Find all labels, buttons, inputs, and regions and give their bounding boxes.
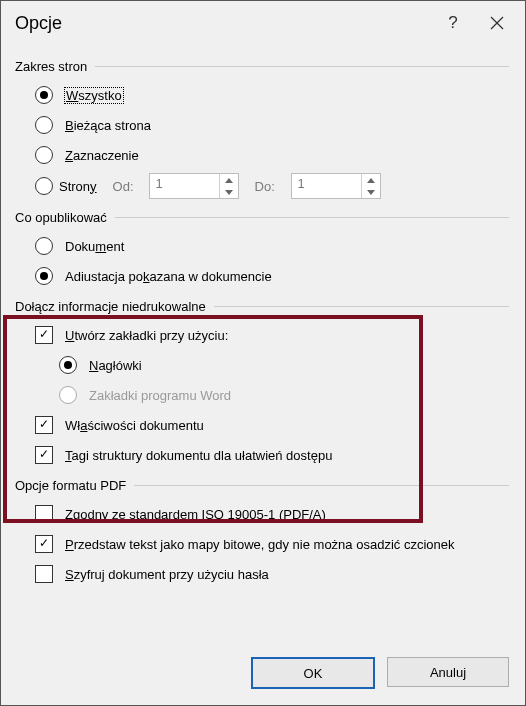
radio-word-bookmarks — [59, 386, 77, 404]
cancel-button[interactable]: Anuluj — [387, 657, 509, 687]
radio-all-label: Wszystko — [65, 88, 123, 103]
checkbox-row-bitmap-text[interactable]: Przedstaw tekst jako mapy bitowe, gdy ni… — [35, 529, 509, 559]
to-spinbox[interactable]: 1 — [291, 173, 381, 199]
radio-word-bookmarks-label: Zakładki programu Word — [89, 388, 231, 403]
close-button[interactable] — [475, 1, 519, 45]
radio-row-all[interactable]: Wszystko — [35, 80, 509, 110]
checkbox-iso-label: Zgodny ze standardem ISO 19005-1 (PDF/A) — [65, 507, 326, 522]
group-legend: Zakres stron — [13, 59, 95, 74]
radio-headings-label: Nagłówki — [89, 358, 142, 373]
from-down-button[interactable] — [220, 186, 238, 198]
radio-document[interactable] — [35, 237, 53, 255]
svg-marker-2 — [225, 178, 233, 183]
group-pdf-options: Opcje formatu PDF Zgodny ze standardem I… — [17, 478, 509, 591]
checkbox-bitmap-text-label: Przedstaw tekst jako mapy bitowe, gdy ni… — [65, 537, 454, 552]
checkbox-row-structure-tags[interactable]: Tagi struktury dokumentu dla ułatwień do… — [35, 440, 509, 470]
group-publish: Co opublikować Dokument Adiustacja pokaz… — [17, 210, 509, 293]
from-value[interactable]: 1 — [150, 174, 219, 198]
help-button[interactable]: ? — [431, 1, 475, 45]
radio-pages[interactable] — [35, 177, 53, 195]
checkbox-encrypt[interactable] — [35, 565, 53, 583]
to-down-button[interactable] — [362, 186, 380, 198]
radio-current-page[interactable] — [35, 116, 53, 134]
chevron-up-icon — [367, 178, 375, 183]
titlebar: Opcje ? — [1, 1, 525, 45]
checkbox-row-doc-properties[interactable]: Właściwości dokumentu — [35, 410, 509, 440]
from-spinbox[interactable]: 1 — [149, 173, 239, 199]
to-value[interactable]: 1 — [292, 174, 361, 198]
chevron-up-icon — [225, 178, 233, 183]
checkbox-row-encrypt[interactable]: Szyfruj dokument przy użyciu hasła — [35, 559, 509, 589]
to-up-button[interactable] — [362, 174, 380, 186]
chevron-down-icon — [367, 190, 375, 195]
checkbox-structure-tags-label: Tagi struktury dokumentu dla ułatwień do… — [65, 448, 332, 463]
ok-button[interactable]: OK — [251, 657, 375, 689]
to-label: Do: — [255, 179, 281, 194]
radio-current-page-label: Bieżąca strona — [65, 118, 151, 133]
radio-markup-label: Adiustacja pokazana w dokumencie — [65, 269, 272, 284]
radio-row-selection[interactable]: Zaznaczenie — [35, 140, 509, 170]
radio-headings[interactable] — [59, 356, 77, 374]
checkbox-bookmarks[interactable] — [35, 326, 53, 344]
checkbox-row-iso[interactable]: Zgodny ze standardem ISO 19005-1 (PDF/A) — [35, 499, 509, 529]
svg-marker-3 — [225, 190, 233, 195]
radio-all[interactable] — [35, 86, 53, 104]
svg-marker-5 — [367, 190, 375, 195]
checkbox-bookmarks-label: Utwórz zakładki przy użyciu: — [65, 328, 228, 343]
radio-row-word-bookmarks: Zakładki programu Word — [59, 380, 509, 410]
from-label: Od: — [113, 179, 139, 194]
close-icon — [490, 16, 504, 30]
radio-document-label: Dokument — [65, 239, 124, 254]
checkbox-row-bookmarks[interactable]: Utwórz zakładki przy użyciu: — [35, 320, 509, 350]
radio-markup[interactable] — [35, 267, 53, 285]
radio-selection[interactable] — [35, 146, 53, 164]
radio-row-pages: Strony Od: 1 Do: 1 — [35, 170, 509, 202]
group-legend: Co opublikować — [13, 210, 115, 225]
group-nonprint: Dołącz informacje niedrukowalne Utwórz z… — [17, 299, 509, 472]
checkbox-encrypt-label: Szyfruj dokument przy użyciu hasła — [65, 567, 269, 582]
checkbox-structure-tags[interactable] — [35, 446, 53, 464]
svg-marker-4 — [367, 178, 375, 183]
group-legend: Dołącz informacje niedrukowalne — [13, 299, 214, 314]
dialog-footer: OK Anuluj — [251, 657, 509, 689]
chevron-down-icon — [225, 190, 233, 195]
checkbox-doc-properties[interactable] — [35, 416, 53, 434]
group-page-range: Zakres stron Wszystko Bieżąca strona Zaz… — [17, 59, 509, 204]
radio-row-markup[interactable]: Adiustacja pokazana w dokumencie — [35, 261, 509, 291]
radio-row-current-page[interactable]: Bieżąca strona — [35, 110, 509, 140]
radio-row-document[interactable]: Dokument — [35, 231, 509, 261]
radio-pages-label: Strony — [59, 179, 97, 194]
checkbox-iso[interactable] — [35, 505, 53, 523]
radio-row-headings[interactable]: Nagłówki — [59, 350, 509, 380]
options-dialog: Opcje ? Zakres stron Wszystko Bieżąca st… — [0, 0, 526, 706]
window-title: Opcje — [15, 13, 431, 34]
from-up-button[interactable] — [220, 174, 238, 186]
checkbox-doc-properties-label: Właściwości dokumentu — [65, 418, 204, 433]
checkbox-bitmap-text[interactable] — [35, 535, 53, 553]
group-legend: Opcje formatu PDF — [13, 478, 134, 493]
radio-selection-label: Zaznaczenie — [65, 148, 139, 163]
